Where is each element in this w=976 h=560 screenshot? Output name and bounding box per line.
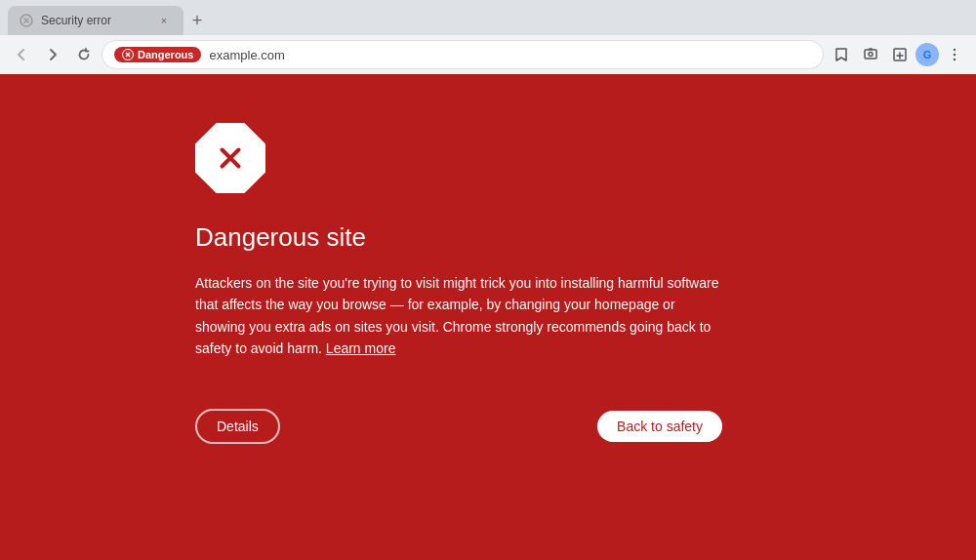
address-bar[interactable]: Dangerous example.com (102, 40, 824, 69)
tab-bar: Security error × + (0, 0, 976, 35)
tab-security-icon (20, 14, 33, 27)
tab-close-button[interactable]: × (156, 13, 172, 28)
new-tab-button[interactable]: + (183, 7, 211, 34)
back-button[interactable] (8, 41, 35, 68)
toolbar-actions: G (828, 41, 968, 68)
browser-chrome: Security error × + Dangerous example.co (0, 0, 976, 74)
profile-avatar[interactable]: G (915, 43, 939, 66)
toolbar: Dangerous example.com G (0, 35, 976, 74)
action-buttons-row: Details Back to safety (195, 409, 722, 444)
description-text: Attackers on the site you're trying to v… (195, 275, 718, 356)
tab-title: Security error (41, 14, 148, 27)
error-page: Dangerous site Attackers on the site you… (0, 74, 976, 560)
dangerous-label: Dangerous (138, 49, 193, 60)
forward-button[interactable] (39, 41, 66, 68)
svg-point-9 (954, 49, 956, 51)
svg-point-7 (869, 53, 873, 57)
learn-more-link[interactable]: Learn more (326, 340, 396, 356)
error-x-icon (213, 140, 248, 176)
screenshot-button[interactable] (857, 41, 884, 68)
svg-point-10 (954, 54, 956, 56)
page-title: Dangerous site (195, 222, 366, 253)
browser-tab[interactable]: Security error × (8, 6, 183, 35)
svg-point-11 (954, 59, 956, 60)
page-description: Attackers on the site you're trying to v… (195, 272, 722, 360)
menu-button[interactable] (941, 41, 968, 68)
save-button[interactable] (886, 41, 914, 68)
dangerous-badge: Dangerous (114, 47, 201, 62)
svg-rect-6 (865, 50, 876, 59)
warning-icon-container (195, 123, 265, 193)
reload-button[interactable] (70, 41, 98, 68)
url-display: example.com (209, 48, 284, 62)
details-button[interactable]: Details (195, 409, 280, 444)
bookmark-button[interactable] (828, 41, 855, 68)
back-to-safety-button[interactable]: Back to safety (597, 411, 722, 442)
